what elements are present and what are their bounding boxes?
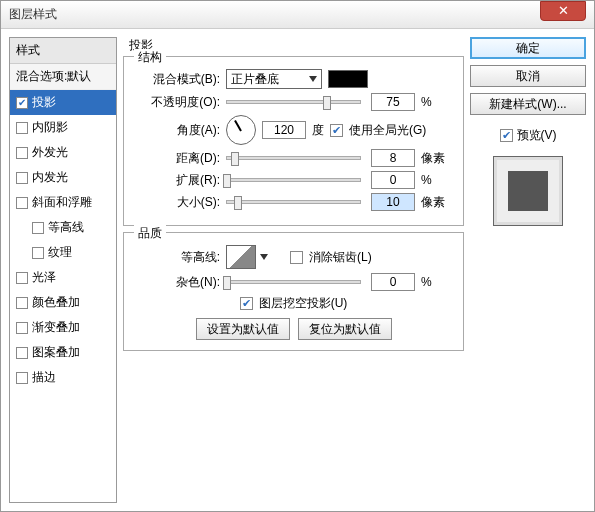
reset-default-button[interactable]: 复位为默认值 [298, 318, 392, 340]
styles-list: 样式 混合选项:默认 ✔投影内阴影外发光内发光斜面和浮雕等高线纹理光泽颜色叠加渐… [9, 37, 117, 503]
distance-slider[interactable] [226, 156, 361, 160]
angle-input[interactable]: 120 [262, 121, 306, 139]
size-label: 大小(S): [134, 194, 220, 211]
style-label: 投影 [32, 94, 56, 111]
style-label: 纹理 [48, 244, 72, 261]
angle-dial[interactable] [226, 115, 256, 145]
knockout-label: 图层挖空投影(U) [259, 295, 348, 312]
structure-legend: 结构 [134, 49, 166, 66]
style-checkbox[interactable] [16, 297, 28, 309]
style-label: 颜色叠加 [32, 294, 80, 311]
style-label: 外发光 [32, 144, 68, 161]
style-item-9[interactable]: 渐变叠加 [10, 315, 116, 340]
preview-label: 预览(V) [517, 127, 557, 144]
layer-style-dialog: 图层样式 ✕ 样式 混合选项:默认 ✔投影内阴影外发光内发光斜面和浮雕等高线纹理… [0, 0, 595, 512]
style-label: 等高线 [48, 219, 84, 236]
chevron-down-icon [309, 76, 317, 82]
opacity-input[interactable]: 75 [371, 93, 415, 111]
style-checkbox[interactable] [16, 347, 28, 359]
noise-unit: % [421, 275, 453, 289]
style-label: 内发光 [32, 169, 68, 186]
style-checkbox[interactable] [32, 247, 44, 259]
chevron-down-icon[interactable] [260, 254, 268, 260]
style-label: 渐变叠加 [32, 319, 80, 336]
style-item-11[interactable]: 描边 [10, 365, 116, 390]
preview-swatch [508, 171, 548, 211]
spread-slider[interactable] [226, 178, 361, 182]
style-checkbox[interactable] [16, 197, 28, 209]
global-light-label: 使用全局光(G) [349, 122, 426, 139]
size-input[interactable]: 10 [371, 193, 415, 211]
style-checkbox[interactable] [16, 122, 28, 134]
spread-unit: % [421, 173, 453, 187]
style-item-4[interactable]: 斜面和浮雕 [10, 190, 116, 215]
spread-label: 扩展(R): [134, 172, 220, 189]
style-item-10[interactable]: 图案叠加 [10, 340, 116, 365]
style-label: 内阴影 [32, 119, 68, 136]
angle-label: 角度(A): [134, 122, 220, 139]
style-item-2[interactable]: 外发光 [10, 140, 116, 165]
styles-header: 样式 [10, 38, 116, 64]
distance-input[interactable]: 8 [371, 149, 415, 167]
titlebar: 图层样式 ✕ [1, 1, 594, 29]
style-label: 描边 [32, 369, 56, 386]
style-item-5[interactable]: 等高线 [10, 215, 116, 240]
global-light-checkbox[interactable]: ✔ [330, 124, 343, 137]
noise-slider[interactable] [226, 280, 361, 284]
ok-button[interactable]: 确定 [470, 37, 586, 59]
style-checkbox[interactable] [16, 147, 28, 159]
spread-input[interactable]: 0 [371, 171, 415, 189]
style-checkbox[interactable]: ✔ [16, 97, 28, 109]
distance-label: 距离(D): [134, 150, 220, 167]
preview-checkbox[interactable]: ✔ [500, 129, 513, 142]
antialias-label: 消除锯齿(L) [309, 249, 372, 266]
opacity-label: 不透明度(O): [134, 94, 220, 111]
blend-options-default[interactable]: 混合选项:默认 [10, 64, 116, 90]
knockout-checkbox[interactable]: ✔ [240, 297, 253, 310]
style-item-0[interactable]: ✔投影 [10, 90, 116, 115]
panel-title: 投影 [123, 37, 464, 56]
noise-input[interactable]: 0 [371, 273, 415, 291]
make-default-button[interactable]: 设置为默认值 [196, 318, 290, 340]
style-item-1[interactable]: 内阴影 [10, 115, 116, 140]
quality-group: 品质 等高线: 消除锯齿(L) 杂色(N): 0 % ✔ [123, 232, 464, 351]
opacity-unit: % [421, 95, 453, 109]
right-panel: 确定 取消 新建样式(W)... ✔ 预览(V) [470, 37, 586, 503]
settings-panel: 投影 结构 混合模式(B): 正片叠底 不透明度(O): 75 % [123, 37, 464, 503]
antialias-checkbox[interactable] [290, 251, 303, 264]
contour-label: 等高线: [134, 249, 220, 266]
blend-mode-value: 正片叠底 [231, 71, 279, 88]
structure-group: 结构 混合模式(B): 正片叠底 不透明度(O): 75 % 角度 [123, 56, 464, 226]
style-checkbox[interactable] [16, 172, 28, 184]
distance-unit: 像素 [421, 150, 453, 167]
new-style-button[interactable]: 新建样式(W)... [470, 93, 586, 115]
blend-mode-select[interactable]: 正片叠底 [226, 69, 322, 89]
cancel-button[interactable]: 取消 [470, 65, 586, 87]
style-checkbox[interactable] [16, 272, 28, 284]
style-item-3[interactable]: 内发光 [10, 165, 116, 190]
size-slider[interactable] [226, 200, 361, 204]
style-checkbox[interactable] [16, 322, 28, 334]
style-label: 光泽 [32, 269, 56, 286]
opacity-slider[interactable] [226, 100, 361, 104]
window-title: 图层样式 [9, 6, 586, 23]
blend-mode-label: 混合模式(B): [134, 71, 220, 88]
preview-box [493, 156, 563, 226]
style-item-6[interactable]: 纹理 [10, 240, 116, 265]
style-item-8[interactable]: 颜色叠加 [10, 290, 116, 315]
style-checkbox[interactable] [32, 222, 44, 234]
size-unit: 像素 [421, 194, 453, 211]
angle-unit: 度 [312, 122, 324, 139]
shadow-color-swatch[interactable] [328, 70, 368, 88]
style-item-7[interactable]: 光泽 [10, 265, 116, 290]
style-label: 斜面和浮雕 [32, 194, 92, 211]
style-label: 图案叠加 [32, 344, 80, 361]
noise-label: 杂色(N): [134, 274, 220, 291]
style-checkbox[interactable] [16, 372, 28, 384]
contour-picker[interactable] [226, 245, 256, 269]
quality-legend: 品质 [134, 225, 166, 242]
close-button[interactable]: ✕ [540, 1, 586, 21]
